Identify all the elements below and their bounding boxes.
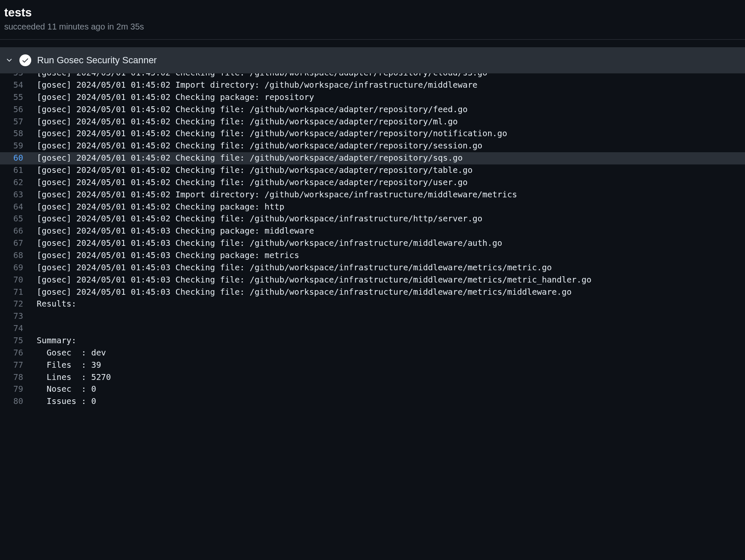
line-text: [gosec] 2024/05/01 01:45:02 Checking fil… bbox=[37, 213, 483, 225]
line-number[interactable]: 72 bbox=[5, 298, 37, 310]
line-text: Issues : 0 bbox=[37, 396, 96, 408]
time-ago: 11 minutes ago bbox=[47, 22, 105, 31]
page-subtitle: succeeded 11 minutes ago in 2m 35s bbox=[4, 22, 741, 32]
line-text: [gosec] 2024/05/01 01:45:02 Checking fil… bbox=[37, 177, 467, 189]
step-header[interactable]: Run Gosec Security Scanner bbox=[0, 47, 745, 73]
line-text: [gosec] 2024/05/01 01:45:02 Checking pac… bbox=[37, 201, 284, 213]
divider bbox=[0, 39, 745, 40]
line-number[interactable]: 66 bbox=[5, 225, 37, 237]
log-line[interactable]: 74 bbox=[0, 323, 745, 335]
line-number[interactable]: 69 bbox=[5, 262, 37, 274]
line-number[interactable]: 68 bbox=[5, 250, 37, 262]
line-number[interactable]: 63 bbox=[5, 189, 37, 201]
line-text: [gosec] 2024/05/01 01:45:03 Checking pac… bbox=[37, 250, 299, 262]
log-line[interactable]: 72Results: bbox=[0, 298, 745, 310]
line-number[interactable]: 62 bbox=[5, 177, 37, 189]
line-text: [gosec] 2024/05/01 01:45:02 Import direc… bbox=[37, 79, 478, 92]
line-number[interactable]: 74 bbox=[5, 323, 37, 335]
log-line[interactable]: 55[gosec] 2024/05/01 01:45:02 Checking p… bbox=[0, 92, 745, 104]
line-text: [gosec] 2024/05/01 01:45:02 Checking pac… bbox=[37, 92, 314, 104]
line-text: [gosec] 2024/05/01 01:45:03 Checking pac… bbox=[37, 225, 314, 237]
log-line[interactable]: 60[gosec] 2024/05/01 01:45:02 Checking f… bbox=[0, 152, 745, 164]
log-line[interactable]: 78 Lines : 5270 bbox=[0, 372, 745, 384]
line-number[interactable]: 57 bbox=[5, 116, 37, 128]
line-text: [gosec] 2024/05/01 01:45:03 Checking fil… bbox=[37, 274, 591, 286]
log-line[interactable]: 54[gosec] 2024/05/01 01:45:02 Import dir… bbox=[0, 79, 745, 92]
line-text: [gosec] 2024/05/01 01:45:03 Checking fil… bbox=[37, 237, 502, 250]
line-text: [gosec] 2024/05/01 01:45:02 Checking fil… bbox=[37, 128, 507, 140]
line-number[interactable]: 61 bbox=[5, 164, 37, 177]
line-number[interactable]: 59 bbox=[5, 140, 37, 152]
log-line[interactable]: 69[gosec] 2024/05/01 01:45:03 Checking f… bbox=[0, 262, 745, 274]
chevron-down-icon[interactable] bbox=[5, 56, 13, 65]
log-line[interactable]: 61[gosec] 2024/05/01 01:45:02 Checking f… bbox=[0, 164, 745, 177]
log-line[interactable]: 79 Nosec : 0 bbox=[0, 383, 745, 396]
line-text: [gosec] 2024/05/01 01:45:03 Checking fil… bbox=[37, 262, 552, 274]
duration: 2m 35s bbox=[116, 22, 144, 31]
line-text: [gosec] 2024/05/01 01:45:03 Checking fil… bbox=[37, 286, 572, 299]
log-output[interactable]: 53[gosec] 2024/05/01 01:45:02 Checking f… bbox=[0, 73, 745, 408]
page-header: tests succeeded 11 minutes ago in 2m 35s bbox=[0, 0, 745, 39]
page-title: tests bbox=[4, 6, 741, 19]
log-line[interactable]: 75Summary: bbox=[0, 335, 745, 347]
separator: in bbox=[108, 22, 114, 31]
line-number[interactable]: 76 bbox=[5, 347, 37, 359]
line-number[interactable]: 64 bbox=[5, 201, 37, 213]
log-line[interactable]: 68[gosec] 2024/05/01 01:45:03 Checking p… bbox=[0, 250, 745, 262]
line-number[interactable]: 75 bbox=[5, 335, 37, 347]
line-number[interactable]: 67 bbox=[5, 237, 37, 250]
step-title: Run Gosec Security Scanner bbox=[37, 55, 157, 66]
log-line[interactable]: 65[gosec] 2024/05/01 01:45:02 Checking f… bbox=[0, 213, 745, 225]
line-number[interactable]: 60 bbox=[5, 152, 37, 164]
log-line[interactable]: 67[gosec] 2024/05/01 01:45:03 Checking f… bbox=[0, 237, 745, 250]
log-line[interactable]: 57[gosec] 2024/05/01 01:45:02 Checking f… bbox=[0, 116, 745, 128]
line-text: Summary: bbox=[37, 335, 76, 347]
line-number[interactable]: 58 bbox=[5, 128, 37, 140]
line-text: [gosec] 2024/05/01 01:45:02 Checking fil… bbox=[37, 104, 467, 116]
log-line[interactable]: 53[gosec] 2024/05/01 01:45:02 Checking f… bbox=[0, 73, 745, 79]
line-number[interactable]: 77 bbox=[5, 359, 37, 372]
line-text: [gosec] 2024/05/01 01:45:02 Import direc… bbox=[37, 189, 517, 201]
log-line[interactable]: 62[gosec] 2024/05/01 01:45:02 Checking f… bbox=[0, 177, 745, 189]
log-line[interactable]: 77 Files : 39 bbox=[0, 359, 745, 372]
line-text: [gosec] 2024/05/01 01:45:02 Checking fil… bbox=[37, 116, 458, 128]
line-number[interactable]: 65 bbox=[5, 213, 37, 225]
line-text: Results: bbox=[37, 298, 76, 310]
log-line[interactable]: 64[gosec] 2024/05/01 01:45:02 Checking p… bbox=[0, 201, 745, 213]
success-check-icon bbox=[19, 54, 31, 66]
line-number[interactable]: 73 bbox=[5, 310, 37, 323]
log-line[interactable]: 80 Issues : 0 bbox=[0, 396, 745, 408]
line-number[interactable]: 80 bbox=[5, 396, 37, 408]
line-number[interactable]: 55 bbox=[5, 92, 37, 104]
line-number[interactable]: 71 bbox=[5, 286, 37, 299]
line-text: Nosec : 0 bbox=[37, 383, 96, 396]
line-text: Files : 39 bbox=[37, 359, 101, 372]
status-text: succeeded bbox=[4, 22, 45, 31]
line-text: [gosec] 2024/05/01 01:45:02 Checking fil… bbox=[37, 140, 483, 152]
line-text: [gosec] 2024/05/01 01:45:02 Checking fil… bbox=[37, 164, 472, 177]
log-line[interactable]: 73 bbox=[0, 310, 745, 323]
log-line[interactable]: 70[gosec] 2024/05/01 01:45:03 Checking f… bbox=[0, 274, 745, 286]
line-text: Lines : 5270 bbox=[37, 372, 111, 384]
line-number[interactable]: 53 bbox=[5, 73, 37, 79]
log-line[interactable]: 76 Gosec : dev bbox=[0, 347, 745, 359]
line-text: [gosec] 2024/05/01 01:45:02 Checking fil… bbox=[37, 73, 487, 79]
log-line[interactable]: 71[gosec] 2024/05/01 01:45:03 Checking f… bbox=[0, 286, 745, 299]
line-number[interactable]: 70 bbox=[5, 274, 37, 286]
log-line[interactable]: 56[gosec] 2024/05/01 01:45:02 Checking f… bbox=[0, 104, 745, 116]
line-text: [gosec] 2024/05/01 01:45:02 Checking fil… bbox=[37, 152, 463, 164]
log-line[interactable]: 63[gosec] 2024/05/01 01:45:02 Import dir… bbox=[0, 189, 745, 201]
log-line[interactable]: 66[gosec] 2024/05/01 01:45:03 Checking p… bbox=[0, 225, 745, 237]
line-number[interactable]: 78 bbox=[5, 372, 37, 384]
line-text: Gosec : dev bbox=[37, 347, 106, 359]
line-number[interactable]: 79 bbox=[5, 383, 37, 396]
log-line[interactable]: 59[gosec] 2024/05/01 01:45:02 Checking f… bbox=[0, 140, 745, 152]
line-number[interactable]: 54 bbox=[5, 79, 37, 92]
line-number[interactable]: 56 bbox=[5, 104, 37, 116]
log-line[interactable]: 58[gosec] 2024/05/01 01:45:02 Checking f… bbox=[0, 128, 745, 140]
